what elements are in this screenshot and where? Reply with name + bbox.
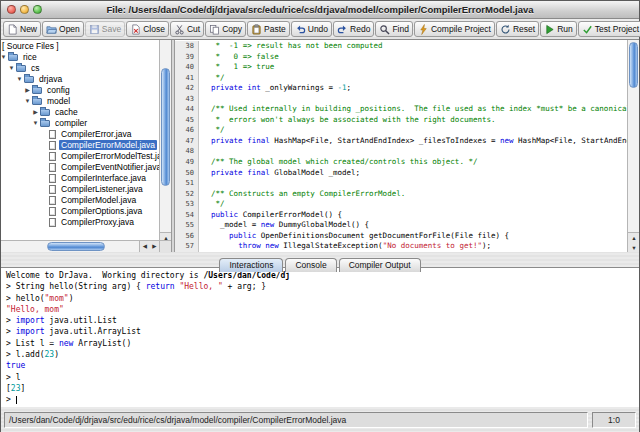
run-button[interactable]: Run: [540, 21, 577, 37]
editor-line-38[interactable]: 38 * -1 => result has not been computed: [175, 41, 627, 52]
tree-item-compilereventnotifier-java[interactable]: CompilerEventNotifier.java: [1, 162, 159, 173]
copy-button[interactable]: Copy: [205, 21, 246, 37]
tree-item-compilerinterface-java[interactable]: CompilerInterface.java: [1, 173, 159, 184]
editor-line-54[interactable]: 54 public CompilerErrorModel() {: [175, 210, 627, 221]
editor-line-43[interactable]: 43: [175, 94, 627, 105]
scrollbar-thumb[interactable]: [629, 42, 638, 88]
scroll-up-arrow-icon[interactable]: ▲: [628, 233, 639, 243]
reset-button[interactable]: Reset: [496, 21, 539, 37]
tab-interactions[interactable]: Interactions: [219, 258, 283, 272]
tree-item-compilermodel-java[interactable]: CompilerModel.java: [1, 195, 159, 206]
editor-line-40[interactable]: 40 * 1 => true: [175, 62, 627, 73]
new-button[interactable]: New: [3, 21, 41, 37]
expanded-triangle-icon[interactable]: ▼: [7, 63, 16, 74]
tree-item-cs[interactable]: ▼cs: [1, 63, 159, 74]
undo-button[interactable]: Undo: [291, 21, 332, 37]
redo-button[interactable]: Redo: [333, 21, 374, 37]
scrollbar-thumb[interactable]: [161, 68, 170, 186]
code-text: * -1 => result has not been computed: [199, 41, 627, 52]
file-tree: ▼[ Source Files ]▼rice▼cs▼drjava▶config▼…: [1, 40, 159, 240]
tab-compiler-output[interactable]: Compiler Output: [339, 258, 421, 272]
code-editor[interactable]: 38 * -1 => result has not been computed3…: [175, 40, 627, 252]
expanded-triangle-icon[interactable]: ▼: [23, 96, 32, 107]
editor-line-41[interactable]: 41 */: [175, 73, 627, 84]
text-segment: * -1 => result has not been computed: [202, 41, 383, 50]
text-segment: /** Used internally in building _positio…: [202, 104, 627, 113]
scrollbar-thumb[interactable]: [47, 242, 105, 251]
editor-line-56[interactable]: 56 public OpenDefinitionsDocument getDoc…: [175, 231, 627, 242]
editor-vertical-scrollbar[interactable]: ▲ ▼: [627, 40, 639, 252]
editor-line-50[interactable]: 50 private final GlobalModel _model;: [175, 168, 627, 179]
editor-line-48[interactable]: 48: [175, 146, 627, 157]
scroll-right-arrow-icon[interactable]: ▶: [150, 241, 160, 252]
editor-line-39[interactable]: 39 * 0 => false: [175, 52, 627, 63]
expanded-triangle-icon[interactable]: ▼: [31, 118, 40, 129]
compile-project-button[interactable]: Compile Project: [414, 21, 495, 37]
tree-item-label: CompilerProxy.java: [59, 217, 136, 227]
file-icon: [49, 185, 56, 194]
cut-button[interactable]: Cut: [170, 21, 204, 37]
text-segment: >: [6, 316, 16, 325]
tree-horizontal-scrollbar[interactable]: ◀ ▶: [1, 240, 159, 252]
tab-console[interactable]: Console: [285, 258, 336, 272]
text-segment: java.util.ArrayList: [45, 327, 141, 336]
text-segment: HashMap<File, StartAndEndIndex> _filesTo…: [270, 136, 500, 145]
editor-line-45[interactable]: 45 * errors won't always be associated w…: [175, 115, 627, 126]
expanded-triangle-icon[interactable]: ▼: [15, 74, 24, 85]
file-icon: [49, 174, 56, 183]
tree-item-drjava[interactable]: ▼drjava: [1, 74, 159, 85]
save-button[interactable]: Save: [85, 21, 125, 37]
editor-line-44[interactable]: 44 /** Used internally in building _posi…: [175, 104, 627, 115]
tree-item-label: [ Source Files ]: [1, 41, 61, 51]
text-segment: */: [202, 73, 225, 82]
tree-item-model[interactable]: ▼model: [1, 96, 159, 107]
expanded-triangle-icon[interactable]: ▼: [1, 52, 8, 63]
editor-line-53[interactable]: 53 */: [175, 199, 627, 210]
tree-item-compilerlistener-java[interactable]: CompilerListener.java: [1, 184, 159, 195]
editor-line-55[interactable]: 55 _model = new DummyGlobalModel() {: [175, 220, 627, 231]
open-button[interactable]: Open: [42, 21, 84, 37]
text-segment: import: [16, 327, 45, 336]
tree-item-compilererror-java[interactable]: CompilerError.java: [1, 129, 159, 140]
run-play-icon: [544, 24, 555, 35]
tree-item-compilerproxy-java[interactable]: CompilerProxy.java: [1, 217, 159, 228]
scroll-left-arrow-icon[interactable]: ◀: [140, 241, 150, 252]
collapsed-triangle-icon[interactable]: ▶: [31, 107, 40, 118]
folder-icon: [24, 76, 34, 83]
tree-vertical-scrollbar[interactable]: ▲ ▼: [159, 40, 171, 252]
close-file-icon: [130, 24, 141, 35]
tree-item-compiler[interactable]: ▼compiler: [1, 118, 159, 129]
collapsed-triangle-icon[interactable]: ▶: [23, 85, 32, 96]
find-button[interactable]: Find: [375, 21, 413, 37]
scroll-down-arrow-icon[interactable]: ▼: [628, 243, 639, 252]
window-close-button[interactable]: [7, 5, 16, 14]
tree-item-compilererrormodel-java[interactable]: CompilerErrorModel.java: [1, 140, 159, 151]
editor-line-49[interactable]: 49 /** The global model which created/co…: [175, 157, 627, 168]
tree-item-config[interactable]: ▶config: [1, 85, 159, 96]
editor-line-42[interactable]: 42 private int _onlyWarnings = -1;: [175, 83, 627, 94]
text-segment: -1: [337, 83, 346, 92]
tree-item-label: CompilerListener.java: [59, 184, 145, 194]
editor-line-47[interactable]: 47 private final HashMap<File, StartAndE…: [175, 136, 627, 147]
interactions-line: > l: [6, 372, 639, 383]
test-project-button[interactable]: Test Project: [578, 21, 640, 37]
paste-button[interactable]: Paste: [247, 21, 290, 37]
editor-line-46[interactable]: 46 */: [175, 125, 627, 136]
interactions-line: "Hello, mom": [6, 304, 639, 315]
editor-line-51[interactable]: 51: [175, 178, 627, 189]
close-button[interactable]: Close: [126, 21, 169, 37]
window-zoom-button[interactable]: [33, 5, 42, 14]
text-segment: > hello(: [6, 294, 45, 303]
editor-line-52[interactable]: 52 /** Constructs an empty CompilerError…: [175, 189, 627, 200]
code-text: /** Constructs an empty CompilerErrorMod…: [199, 189, 627, 200]
tree-item-compilererrormodeltest-java[interactable]: CompilerErrorModelTest.java: [1, 151, 159, 162]
open-folder-icon: [46, 24, 57, 35]
tree-item-rice[interactable]: ▼rice: [1, 52, 159, 63]
window-minimize-button[interactable]: [20, 5, 29, 14]
editor-line-57[interactable]: 57 throw new IllegalStateException("No d…: [175, 241, 627, 252]
tree-item-cache[interactable]: ▶cache: [1, 107, 159, 118]
interactions-pane[interactable]: Welcome to DrJava. Working directory is …: [1, 268, 639, 407]
code-text: private int _onlyWarnings = -1;: [199, 83, 627, 94]
tree-item-source-files[interactable]: ▼[ Source Files ]: [1, 41, 159, 52]
tree-item-compileroptions-java[interactable]: CompilerOptions.java: [1, 206, 159, 217]
